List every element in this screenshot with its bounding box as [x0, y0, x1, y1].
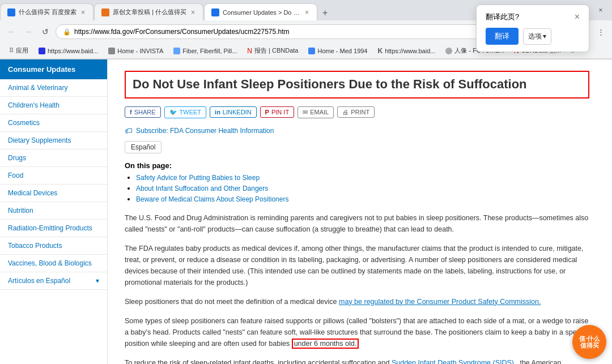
tab-2-close[interactable]: ×: [304, 7, 310, 18]
share-twitter-button[interactable]: 🐦 TWEET: [164, 106, 207, 118]
sidebar-item-childrens[interactable]: Children's Health: [0, 97, 107, 114]
tab-2-title: Consumer Updates > Do Not...: [223, 9, 300, 16]
menu-icon[interactable]: ⋮: [594, 25, 607, 38]
home-favicon: [108, 48, 115, 54]
lock-icon: 🔒: [63, 28, 71, 36]
tab-0[interactable]: 什么值得买 百度搜索 ×: [0, 3, 94, 20]
share-pinterest-button[interactable]: P PIN IT: [260, 106, 295, 118]
list-item: About Infant Suffocation and Other Dange…: [136, 184, 589, 192]
print-icon: 🖨: [342, 109, 348, 115]
tab-2[interactable]: Consumer Updates > Do Not... ×: [204, 3, 317, 20]
forward-button[interactable]: →: [22, 25, 35, 38]
on-page-list: Safety Advice for Putting Babies to Slee…: [125, 173, 589, 203]
chevron-down-icon: ▾: [543, 32, 546, 40]
sidebar-header: Consumer Updates: [0, 59, 107, 79]
tab-1-close[interactable]: ×: [190, 7, 196, 18]
pinterest-icon: P: [265, 109, 269, 115]
share-bar: f SHARE 🐦 TWEET in LINKEDIN P PIN IT ✉: [125, 106, 589, 118]
baidu-favicon: [39, 48, 45, 54]
sidebar-item-radiation[interactable]: Radiation-Emitting Products: [0, 220, 107, 237]
email-icon: ✉: [303, 109, 308, 116]
sidebar-item-vaccines[interactable]: Vaccines, Blood & Biologics: [0, 255, 107, 272]
cpsc-link[interactable]: may be regulated by the Consumer Product…: [339, 298, 541, 306]
subscribe-link[interactable]: Subscribe: FDA Consumer Health Informati…: [125, 126, 589, 135]
espanol-button[interactable]: Español: [125, 141, 162, 153]
sidebar-item-articulos[interactable]: Artículos en Español ▾: [0, 272, 107, 290]
cbn-favicon: N: [247, 47, 252, 55]
bookmark-fiber[interactable]: Fiber, Fiberfill, Pill...: [169, 46, 241, 55]
sidebar-item-dietary[interactable]: Dietary Supplements: [0, 132, 107, 149]
sidebar-item-tobacco[interactable]: Tobacco Products: [0, 237, 107, 255]
bookmark-cbndata[interactable]: N 报告 | CBNData: [243, 45, 303, 56]
translation-popup: 翻译此页? × 翻译 选项 ▾: [476, 5, 589, 52]
facebook-icon: f: [130, 109, 132, 115]
helpbot-icon[interactable]: 值·什么 值得买: [572, 325, 606, 359]
sidebar: Consumer Updates Animal & Veterinary Chi…: [0, 59, 108, 364]
on-page-link-1[interactable]: About Infant Suffocation and Other Dange…: [136, 185, 268, 192]
tab-1[interactable]: 原创文章投稿 | 什么值得买 ×: [94, 3, 203, 20]
translation-actions: 翻译 选项 ▾: [486, 28, 580, 45]
on-page-title: On this page:: [125, 161, 589, 170]
tab-0-close[interactable]: ×: [80, 7, 86, 18]
list-item: Safety Advice for Putting Babies to Slee…: [136, 173, 589, 182]
linkedin-icon: in: [215, 109, 220, 115]
share-print-button[interactable]: 🖨 PRINT: [337, 106, 375, 118]
k-favicon: K: [377, 47, 382, 55]
sidebar-item-drugs[interactable]: Drugs: [0, 149, 107, 167]
paragraph-4: Some types of sleep positioners can feat…: [125, 315, 589, 349]
bookmark-med[interactable]: Home - Med 1994: [304, 46, 372, 55]
page-wrapper: Consumer Updates Animal & Veterinary Chi…: [0, 59, 612, 364]
tab-2-favicon: [211, 8, 219, 16]
paragraph-2: The FDA regulates baby products as medic…: [125, 243, 589, 288]
close-window-button[interactable]: ×: [595, 5, 606, 16]
url-input[interactable]: [74, 28, 521, 36]
back-button[interactable]: ←: [5, 25, 18, 38]
share-email-button[interactable]: ✉ EMAIL: [298, 106, 334, 118]
subscribe-text[interactable]: Subscribe: FDA Consumer Health Informati…: [136, 127, 274, 135]
fotomen-favicon: [445, 48, 452, 54]
bookmark-invista[interactable]: Home - INVISTA: [104, 46, 168, 55]
options-button[interactable]: 选项 ▾: [523, 28, 551, 45]
list-item: Beware of Medical Claims About Sleep Pos…: [136, 195, 589, 203]
on-page-link-0[interactable]: Safety Advice for Putting Babies to Slee…: [136, 174, 260, 182]
tab-0-favicon: [7, 8, 15, 16]
sidebar-item-animal[interactable]: Animal & Veterinary: [0, 79, 107, 97]
address-bar[interactable]: 🔒 ☆: [56, 24, 539, 39]
sidebar-item-nutrition[interactable]: Nutrition: [0, 202, 107, 220]
chevron-down-icon: ▾: [96, 277, 99, 285]
sids-link[interactable]: Sudden Infant Death Syndrome (SIDS): [392, 359, 514, 364]
tab-0-title: 什么值得买 百度搜索: [19, 8, 76, 16]
sidebar-item-food[interactable]: Food: [0, 167, 107, 185]
main-content: Do Not Use Infant Sleep Positioners Due …: [108, 59, 612, 364]
apps-icon: ⠿: [9, 47, 14, 54]
tab-1-title: 原创文章投稿 | 什么值得买: [113, 8, 186, 16]
twitter-icon: 🐦: [169, 109, 177, 116]
new-tab-button[interactable]: +: [318, 6, 332, 20]
on-page-link-2[interactable]: Beware of Medical Claims About Sleep Pos…: [136, 195, 288, 203]
paragraph-5: To reduce the risk of sleep-related infa…: [125, 357, 589, 364]
age-highlight: under 6 months old.: [292, 339, 359, 349]
sidebar-item-cosmetics[interactable]: Cosmetics: [0, 114, 107, 132]
fiber-favicon: [173, 48, 180, 54]
article-heading: Do Not Use Infant Sleep Positioners Due …: [133, 76, 581, 93]
article-title-box: Do Not Use Infant Sleep Positioners Due …: [125, 71, 589, 99]
translation-title: 翻译此页?: [486, 12, 519, 22]
paragraph-1: The U.S. Food and Drug Administration is…: [125, 212, 589, 235]
bookmark-apps[interactable]: ⠿ 应用: [5, 45, 33, 56]
med-favicon: [308, 48, 315, 54]
share-linkedin-button[interactable]: in LINKEDIN: [210, 106, 257, 118]
paragraph-3: Sleep positioners that do not meet the d…: [125, 296, 589, 307]
share-facebook-button[interactable]: f SHARE: [125, 106, 161, 118]
sidebar-item-medical[interactable]: Medical Devices: [0, 185, 107, 202]
bookmark-k[interactable]: K https://www.baid...: [373, 46, 440, 56]
bookmark-baidu[interactable]: https://www.baid...: [34, 46, 103, 55]
translation-popup-header: 翻译此页? ×: [486, 12, 580, 22]
translation-close-button[interactable]: ×: [575, 12, 580, 22]
reload-button[interactable]: ↺: [39, 25, 52, 38]
tab-1-favicon: [101, 8, 109, 16]
translate-button[interactable]: 翻译: [486, 28, 518, 45]
